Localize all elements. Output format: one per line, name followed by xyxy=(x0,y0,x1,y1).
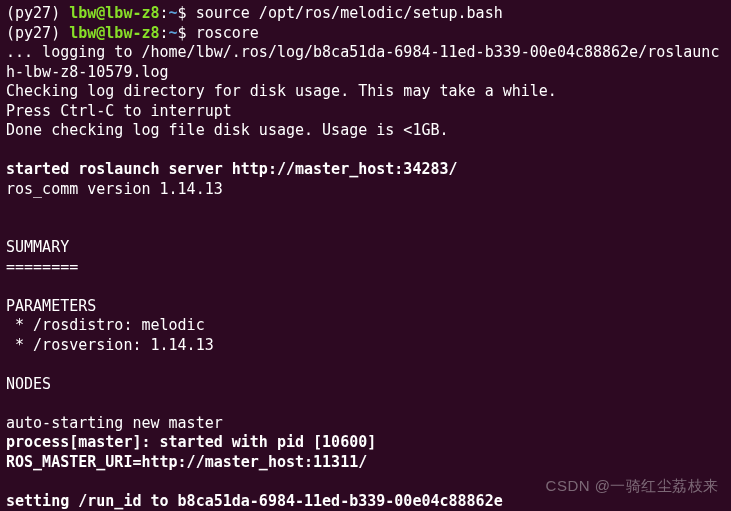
env-prefix: (py27) xyxy=(6,24,69,42)
params-title: PARAMETERS xyxy=(6,297,725,317)
prompt-dollar: $ xyxy=(178,4,196,22)
runid-line: setting /run_id to b8ca51da-6984-11ed-b3… xyxy=(6,492,725,512)
blank-line xyxy=(6,394,725,414)
version-line: ros_comm version 1.14.13 xyxy=(6,180,725,200)
colon: : xyxy=(160,4,169,22)
prompt-line-2: (py27) lbw@lbw-z8:~$ roscore xyxy=(6,24,725,44)
blank-line xyxy=(6,141,725,161)
param-line: * /rosversion: 1.14.13 xyxy=(6,336,725,356)
param-line: * /rosdistro: melodic xyxy=(6,316,725,336)
server-line: started roslaunch server http://master_h… xyxy=(6,160,725,180)
nodes-title: NODES xyxy=(6,375,725,395)
prompt-dollar: $ xyxy=(178,24,196,42)
output-line: ... logging to /home/lbw/.ros/log/b8ca51… xyxy=(6,43,725,82)
prompt-line-1: (py27) lbw@lbw-z8:~$ source /opt/ros/mel… xyxy=(6,4,725,24)
summary-title: SUMMARY xyxy=(6,238,725,258)
cwd-path: ~ xyxy=(169,24,178,42)
command-text: source /opt/ros/melodic/setup.bash xyxy=(196,4,503,22)
output-line: Press Ctrl-C to interrupt xyxy=(6,102,725,122)
colon: : xyxy=(160,24,169,42)
blank-line xyxy=(6,199,725,219)
terminal-output[interactable]: (py27) lbw@lbw-z8:~$ source /opt/ros/mel… xyxy=(6,4,725,511)
user-host: lbw@lbw-z8 xyxy=(69,4,159,22)
blank-line xyxy=(6,472,725,492)
blank-line xyxy=(6,277,725,297)
ros-master-uri-line: ROS_MASTER_URI=http://master_host:11311/ xyxy=(6,453,725,473)
summary-sep: ======== xyxy=(6,258,725,278)
output-line: Checking log directory for disk usage. T… xyxy=(6,82,725,102)
process-master-line: process[master]: started with pid [10600… xyxy=(6,433,725,453)
cwd-path: ~ xyxy=(169,4,178,22)
command-text: roscore xyxy=(196,24,259,42)
blank-line xyxy=(6,219,725,239)
blank-line xyxy=(6,355,725,375)
env-prefix: (py27) xyxy=(6,4,69,22)
user-host: lbw@lbw-z8 xyxy=(69,24,159,42)
output-line: Done checking log file disk usage. Usage… xyxy=(6,121,725,141)
autostart-line: auto-starting new master xyxy=(6,414,725,434)
